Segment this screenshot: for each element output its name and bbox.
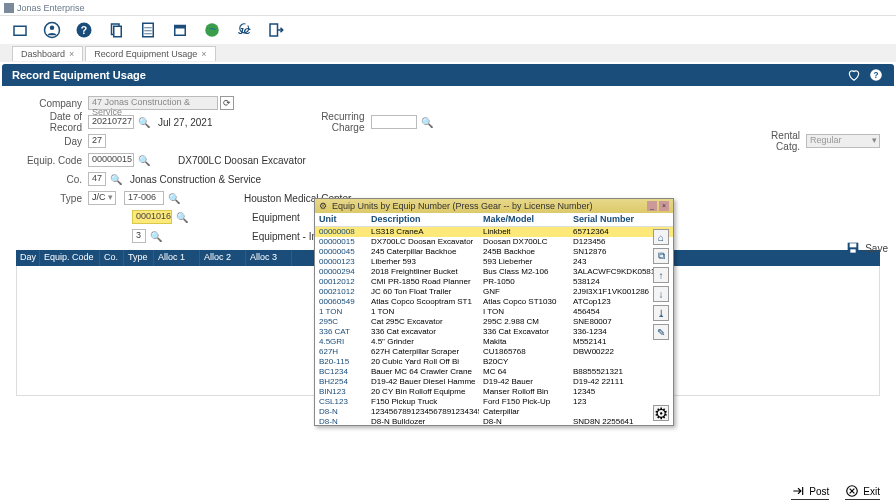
table-row[interactable]: 00060549Atlas Copco Scooptram ST1Atlas C… — [315, 297, 673, 307]
type-dropdown[interactable]: J/C — [88, 191, 116, 205]
date-input[interactable]: 20210727 — [88, 115, 134, 129]
table-row[interactable]: 00000008LS318 CraneALinkbelt65712364 — [315, 227, 673, 237]
home-icon[interactable] — [8, 18, 32, 42]
table-row[interactable]: 627H627H Caterpillar ScraperCU1865768DBW… — [315, 347, 673, 357]
refresh-icon[interactable]: JC — [232, 18, 256, 42]
company-input: 47 Jonas Construction & Service — [88, 96, 218, 110]
svg-rect-20 — [850, 243, 857, 247]
rental-dropdown[interactable]: Regular — [806, 134, 880, 148]
close-icon[interactable]: × — [69, 49, 74, 59]
app-title: Jonas Enterprise — [17, 3, 85, 13]
gear-icon: ⚙ — [319, 201, 329, 211]
date-display: Jul 27, 2021 — [158, 117, 213, 128]
app-titlebar: Jonas Enterprise — [0, 0, 896, 16]
table-row[interactable]: 295CCat 295C Excavator295C 2.988 CMSNE80… — [315, 317, 673, 327]
edit-icon[interactable]: ✎ — [653, 324, 669, 340]
main-toolbar: ? JC — [0, 16, 896, 44]
search-icon[interactable]: 🔍 — [168, 192, 180, 204]
svg-rect-16 — [270, 24, 278, 36]
search-icon[interactable]: 🔍 — [138, 116, 150, 128]
search-icon[interactable]: 🔍 — [110, 173, 122, 185]
copy-icon[interactable]: ⧉ — [653, 248, 669, 264]
calculator-icon[interactable] — [136, 18, 160, 42]
save-button[interactable]: Save — [845, 240, 888, 256]
costcode-input[interactable]: 0001016 — [132, 210, 172, 224]
table-row[interactable]: D8-ND8-N BulldozerD8-NSND8N 2255641 — [315, 417, 673, 425]
svg-rect-13 — [175, 28, 186, 36]
tab-dashboard[interactable]: Dashboard× — [12, 46, 83, 61]
table-row[interactable]: BH2254D19-42 Bauer Diesel HammeD19-42 Ba… — [315, 377, 673, 387]
type-label: Type — [16, 193, 88, 204]
svg-rect-8 — [143, 23, 154, 37]
post-button[interactable]: Post — [791, 484, 829, 500]
table-row[interactable]: BC1234Bauer MC 64 Crawler CraneMC 64B885… — [315, 367, 673, 377]
table-row[interactable]: BIN12320 CY Bin Rolloff EquipmeManser Ro… — [315, 387, 673, 397]
search-icon[interactable]: 🔍 — [138, 154, 150, 166]
table-row[interactable]: 000002942018 Freightliner BucketBus Clas… — [315, 267, 673, 277]
table-row[interactable]: 336 CAT336 Cat excavator336 Cat Excavato… — [315, 327, 673, 337]
table-row[interactable]: B20-11520 Cubic Yard Roll Off BiB20CY — [315, 357, 673, 367]
table-row[interactable]: 00000015DX700LC Doosan ExcavatorDoosan D… — [315, 237, 673, 247]
day-label: Day — [16, 136, 88, 147]
globe-icon[interactable] — [200, 18, 224, 42]
table-row[interactable]: CSL123F150 Pickup TruckFord F150 Pick-Up… — [315, 397, 673, 407]
company-lookup-icon[interactable]: ⟳ — [220, 96, 234, 110]
archive-icon[interactable] — [168, 18, 192, 42]
table-row[interactable]: D8-N1234567891234567891234345Caterpillar — [315, 407, 673, 417]
popup-side-tools: ⌂ ⧉ ↑ ↓ ⤓ ✎ — [653, 229, 669, 340]
close-icon[interactable]: × — [659, 201, 669, 211]
popup-body[interactable]: 00000008LS318 CraneALinkbelt657123640000… — [315, 227, 673, 425]
table-row[interactable]: 00000045245 Caterpillar Backhoe245B Back… — [315, 247, 673, 257]
rental-label: Rental Catg. — [750, 130, 806, 152]
download-icon[interactable]: ⤓ — [653, 305, 669, 321]
search-icon[interactable]: 🔍 — [150, 230, 162, 242]
cat-input[interactable]: 3 — [132, 229, 146, 243]
search-icon[interactable]: 🔍 — [176, 211, 188, 223]
gear-icon[interactable]: ⚙ — [653, 405, 669, 421]
arrow-down-icon[interactable]: ↓ — [653, 286, 669, 302]
svg-rect-7 — [114, 26, 122, 37]
table-row[interactable]: 4.5GRI4.5" GrinderMakitaM552141 — [315, 337, 673, 347]
recurring-input[interactable] — [371, 115, 417, 129]
co-input[interactable]: 47 — [88, 172, 106, 186]
svg-point-3 — [50, 26, 55, 31]
day-input[interactable]: 27 — [88, 134, 106, 148]
help-icon[interactable]: ? — [868, 67, 884, 83]
minimize-icon[interactable]: _ — [647, 201, 657, 211]
svg-point-14 — [205, 23, 219, 37]
table-row[interactable]: 00021012JC 60 Ton Float TrailerGNF2J9I3X… — [315, 287, 673, 297]
page-title: Record Equipment Usage — [12, 69, 146, 81]
table-row[interactable]: 00000123Liberher 593593 Lieberher243 — [315, 257, 673, 267]
page-header: Record Equipment Usage ? — [2, 64, 894, 86]
equip-input[interactable]: 00000015 — [88, 153, 134, 167]
svg-rect-1 — [15, 27, 26, 35]
exit-icon[interactable] — [264, 18, 288, 42]
tab-strip: Dashboard× Record Equipment Usage× — [0, 44, 896, 62]
costcode-desc: Equipment — [252, 212, 300, 223]
svg-text:?: ? — [874, 71, 879, 80]
popup-columns: Unit Description Make/Model Serial Numbe… — [315, 213, 673, 227]
table-row[interactable]: 00012012CMI PR-1850 Road PlannerPR-10505… — [315, 277, 673, 287]
company-label: Company — [16, 98, 88, 109]
popup-titlebar[interactable]: ⚙ Equip Units by Equip Number (Press Gea… — [315, 199, 673, 213]
svg-text:?: ? — [81, 24, 87, 36]
favorite-icon[interactable] — [846, 67, 862, 83]
help-icon[interactable]: ? — [72, 18, 96, 42]
co-desc: Jonas Construction & Service — [130, 174, 261, 185]
search-icon[interactable]: 🔍 — [421, 116, 433, 128]
footer-actions: Post Exit — [791, 484, 880, 500]
exit-button[interactable]: Exit — [845, 484, 880, 500]
date-label: Date of Record — [16, 111, 88, 133]
equip-lookup-popup: ⚙ Equip Units by Equip Number (Press Gea… — [314, 198, 674, 426]
table-row[interactable]: 1 TON1 TONI TON456454 — [315, 307, 673, 317]
equip-label: Equip. Code — [16, 155, 88, 166]
job-input[interactable]: 17-006 — [124, 191, 164, 205]
home-icon[interactable]: ⌂ — [653, 229, 669, 245]
co-label: Co. — [16, 174, 88, 185]
close-icon[interactable]: × — [201, 49, 206, 59]
svg-rect-21 — [851, 249, 856, 252]
tab-record-equipment[interactable]: Record Equipment Usage× — [85, 46, 215, 61]
arrow-up-icon[interactable]: ↑ — [653, 267, 669, 283]
user-icon[interactable] — [40, 18, 64, 42]
copy-icon[interactable] — [104, 18, 128, 42]
